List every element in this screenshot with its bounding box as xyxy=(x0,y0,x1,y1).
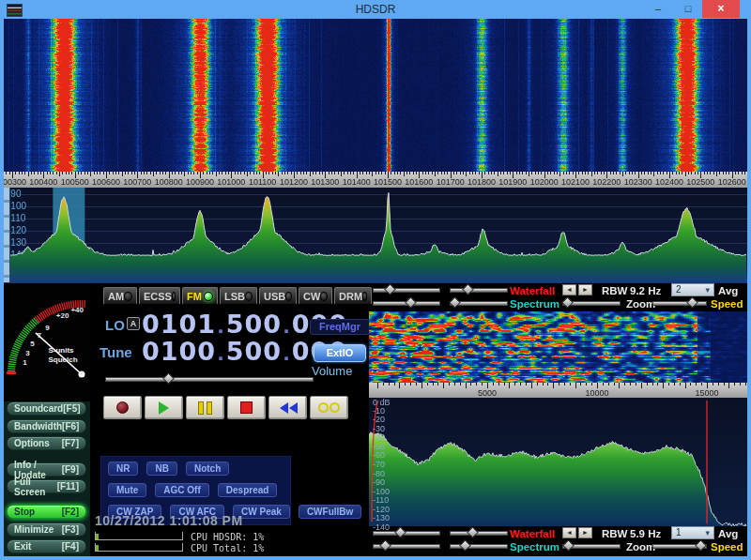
cpu-meter-fill xyxy=(96,534,99,539)
af-spectrum-display[interactable]: 0 dB-10-20-30-40-50-60-70-80-90-100-110-… xyxy=(369,398,747,526)
af-spectrum-ref-slider-thumb[interactable] xyxy=(379,539,391,552)
mode-led xyxy=(172,292,176,301)
af-frequency-scale[interactable] xyxy=(369,383,747,398)
volume-slider-track[interactable] xyxy=(105,377,314,382)
mode-button-drm[interactable]: DRM xyxy=(334,287,372,305)
menu-button-info-update[interactable]: Info / Update[F9] xyxy=(7,462,86,477)
af-db-label: -90 xyxy=(373,477,385,487)
af-waterfall-brightness-slider[interactable] xyxy=(373,527,440,537)
af-waterfall-contrast-slider[interactable] xyxy=(450,527,508,537)
dsp-button-nb[interactable]: NB xyxy=(146,462,176,476)
rf-spectrum-ref-slider[interactable] xyxy=(373,297,440,308)
rf-avg-label: Avg xyxy=(718,285,738,296)
loop-button[interactable] xyxy=(310,396,348,419)
af-speed-slider[interactable] xyxy=(652,540,707,551)
dsp-button-cwfullbw[interactable]: CWFullBw xyxy=(299,505,361,519)
dsp-button-mute[interactable]: Mute xyxy=(108,483,146,497)
rf-spectrum-label: Spectrum xyxy=(510,298,559,310)
af-db-label: -40 xyxy=(373,432,385,442)
lo-auto-badge[interactable]: A xyxy=(127,317,140,330)
rf-frequency-scale[interactable] xyxy=(4,172,747,188)
rf-shift-right-button[interactable]: ► xyxy=(578,284,592,295)
mode-button-am[interactable]: AM xyxy=(103,287,137,305)
rf-spectrum-range-slider-thumb[interactable] xyxy=(449,296,461,309)
titlebar[interactable]: HDSDR – □ × xyxy=(0,0,751,19)
rf-waterfall-display[interactable] xyxy=(4,19,747,172)
af-spectrum-ref-slider[interactable] xyxy=(373,540,440,551)
rf-waterfall-contrast-slider[interactable] xyxy=(450,284,508,295)
pause-icon xyxy=(198,401,212,415)
af-db-label: -120 xyxy=(373,505,390,514)
rf-zoom-slider-thumb[interactable] xyxy=(561,296,574,309)
mode-button-lsb[interactable]: LSB xyxy=(220,287,257,305)
dsp-button-despread[interactable]: Despread xyxy=(218,483,278,497)
af-waterfall-contrast-slider-thumb[interactable] xyxy=(467,526,479,538)
menu-button-options[interactable]: Options[F7] xyxy=(7,436,86,450)
cpu-meter-bar xyxy=(95,543,183,552)
volume-slider-thumb[interactable] xyxy=(162,372,175,385)
af-zoom-slider-thumb[interactable] xyxy=(562,539,575,552)
rf-waterfall-contrast-slider-track[interactable] xyxy=(450,288,508,293)
menu-button-bandwidth[interactable]: Bandwidth[F6] xyxy=(7,419,86,433)
af-waterfall-display[interactable] xyxy=(369,311,747,383)
mode-led xyxy=(362,292,367,301)
menu-button-stop[interactable]: Stop[F2] xyxy=(7,505,86,519)
play-button[interactable] xyxy=(145,396,183,419)
rf-shift-left-button[interactable]: ◄ xyxy=(562,284,576,295)
menu-button-minimize[interactable]: Minimize[F3] xyxy=(7,522,86,537)
menu-button-label: Stop xyxy=(14,507,35,517)
af-shift-left-button[interactable]: ◄ xyxy=(562,527,576,538)
af-waterfall-brightness-slider-thumb[interactable] xyxy=(394,526,406,538)
af-shift-right-button[interactable]: ► xyxy=(578,527,592,538)
left-menu: Soundcard[F5]Bandwidth[F6]Options[F7]Inf… xyxy=(4,401,90,556)
menu-button-key: [F7] xyxy=(62,438,79,448)
mode-button-label: ECSS xyxy=(144,291,172,302)
rewind-button[interactable] xyxy=(268,396,307,419)
rf-spectrum-range-slider[interactable] xyxy=(450,297,508,308)
rf-amplitude-slider[interactable] xyxy=(4,188,10,282)
af-spectrum-range-slider-thumb[interactable] xyxy=(459,539,471,552)
dsp-button-agc-off[interactable]: AGC Off xyxy=(155,483,208,497)
freqmgr-button[interactable]: FreqMgr xyxy=(310,319,370,335)
minimize-button[interactable]: – xyxy=(646,0,670,18)
mode-button-cw[interactable]: CW xyxy=(299,287,332,305)
rf-spectrum-display[interactable]: -90-100-110-120-130-140-150 xyxy=(4,188,747,282)
rf-avg-select[interactable]: 2▾ xyxy=(671,283,714,296)
play-icon xyxy=(159,401,169,415)
dsp-row: MuteAGC OffDespread xyxy=(108,483,277,497)
mode-button-ecss[interactable]: ECSS xyxy=(139,287,180,305)
menu-button-exit[interactable]: Exit[F4] xyxy=(7,539,86,553)
volume-slider[interactable] xyxy=(105,373,314,384)
rf-speed-slider[interactable] xyxy=(652,297,707,308)
rf-spectrum-ref-slider-thumb[interactable] xyxy=(405,296,417,309)
af-avg-label: Avg xyxy=(718,528,738,539)
extio-button[interactable]: ExtIO xyxy=(314,344,366,362)
rf-waterfall-contrast-slider-thumb[interactable] xyxy=(462,283,474,295)
pause-button[interactable] xyxy=(186,396,224,419)
dsp-button-nr[interactable]: NR xyxy=(108,462,138,476)
dsp-button-notch[interactable]: Notch xyxy=(186,462,229,476)
cpu-meter-value: 1% xyxy=(253,532,264,542)
mode-selector: AMECSSFMLSBUSBCWDRM xyxy=(103,287,372,305)
rf-waterfall-brightness-slider[interactable] xyxy=(373,284,440,295)
maximize-button[interactable]: □ xyxy=(676,0,700,18)
rf-waterfall-brightness-slider-thumb[interactable] xyxy=(384,283,396,295)
stop-button[interactable] xyxy=(227,396,266,419)
af-db-label: -70 xyxy=(373,460,385,469)
rf-speed-slider-track[interactable] xyxy=(652,301,707,306)
rf-zoom-slider[interactable] xyxy=(562,297,621,308)
mode-button-fm[interactable]: FM xyxy=(182,287,218,305)
mode-button-usb[interactable]: USB xyxy=(259,287,297,305)
rf-speed-slider-thumb[interactable] xyxy=(686,296,698,309)
af-speed-slider-thumb[interactable] xyxy=(695,539,707,552)
close-button[interactable]: × xyxy=(702,0,740,18)
rf-waterfall-brightness-slider-track[interactable] xyxy=(373,288,440,293)
af-spectrum-range-slider[interactable] xyxy=(450,540,508,551)
tune-label: Tune xyxy=(100,344,132,360)
af-db-label: -80 xyxy=(373,469,385,478)
af-avg-select[interactable]: 1▾ xyxy=(671,526,714,539)
af-zoom-slider[interactable] xyxy=(562,540,621,551)
menu-button-soundcard[interactable]: Soundcard[F5] xyxy=(7,401,86,416)
record-button[interactable] xyxy=(103,396,142,419)
menu-button-full-screen[interactable]: Full Screen[F11] xyxy=(7,479,86,493)
